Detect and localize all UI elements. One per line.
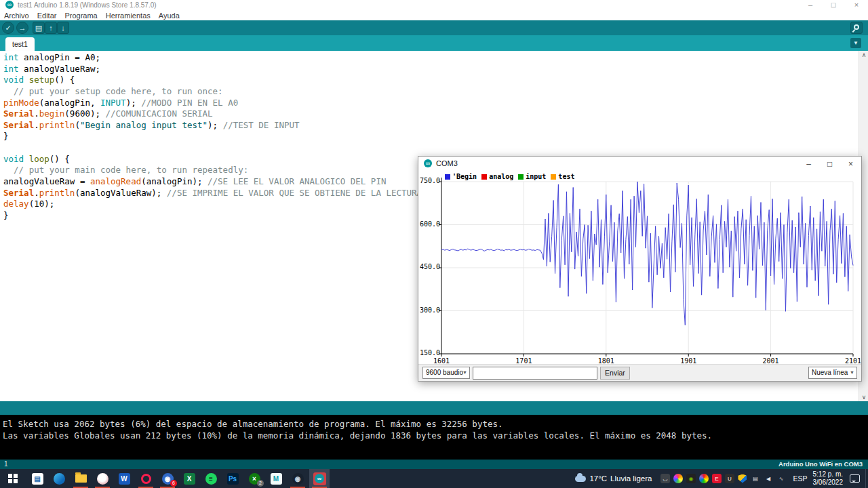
baud-rate-select[interactable]: 9600 baudio▼ <box>422 367 470 379</box>
code-token: (10); <box>29 199 55 209</box>
plotter-minimize-button[interactable]: – <box>798 157 819 172</box>
minimize-button[interactable]: – <box>799 0 822 10</box>
compiler-console: El Sketch usa 2062 bytes (6%) del espaci… <box>0 415 868 460</box>
language-indicator[interactable]: ESP <box>793 474 807 483</box>
code-token: loop <box>29 154 50 164</box>
menu-item-archivo[interactable]: Archivo <box>0 12 33 20</box>
line-ending-select[interactable]: Nueva línea▼ <box>808 367 857 379</box>
clock-time: 5:12 p. m. <box>813 470 844 479</box>
code-token: // put your main code here, to run repea… <box>3 165 248 175</box>
taskbar-medibang[interactable]: M <box>266 469 286 488</box>
taskbar-steam[interactable]: ◉ <box>288 469 308 488</box>
taskbar-xbox[interactable]: ×2 <box>244 469 264 488</box>
send-button[interactable]: Enviar <box>600 367 630 380</box>
restore-button[interactable]: □ <box>822 0 845 10</box>
ea-tray-icon[interactable]: E <box>712 474 722 483</box>
serial-send-input[interactable] <box>473 367 597 380</box>
code-token: ); <box>208 120 223 130</box>
pc-monitor-tray-icon[interactable]: ▤ <box>751 474 760 483</box>
scroll-down-icon[interactable]: ∨ <box>859 394 868 401</box>
plotter-title: COM3 <box>436 159 458 167</box>
volume-tray-icon[interactable]: ◀ <box>764 474 773 483</box>
save-button[interactable]: ↓ <box>57 22 69 34</box>
code-token <box>24 154 29 164</box>
color-wheel-tray-icon[interactable] <box>699 474 709 483</box>
code-token: () { <box>54 75 75 85</box>
taskbar-opera-gx[interactable] <box>136 469 156 488</box>
action-center-icon[interactable] <box>850 474 860 483</box>
code-token: //TEST DE INPUT <box>223 120 300 130</box>
code-token: (analogPin); <box>141 176 208 186</box>
weather-desc: Lluvia ligera <box>610 474 652 483</box>
code-token: ); <box>126 98 142 108</box>
plotter-maximize-button[interactable]: □ <box>819 157 840 172</box>
code-token <box>24 75 29 85</box>
taskbar-photoshop[interactable]: Ps <box>222 469 243 488</box>
plotter-close-button[interactable]: × <box>840 157 861 172</box>
menu-item-editar[interactable]: Editar <box>33 12 61 20</box>
discord-tray-icon[interactable]: ◡ <box>660 474 670 483</box>
arduino-ide-icon: ∞ <box>313 472 326 485</box>
taskbar-edge-browser[interactable] <box>49 469 69 488</box>
code-line: analogValueRaw = analogRead(analogPin); … <box>3 176 473 188</box>
code-line: delay(10); <box>3 199 473 210</box>
open-button[interactable]: ↑ <box>45 22 57 34</box>
chevron-down-icon: ▼ <box>850 367 854 378</box>
code-token: void <box>3 75 24 85</box>
status-strip <box>0 401 868 415</box>
new-sketch-button[interactable]: ▤ <box>33 22 45 34</box>
menu-item-programa[interactable]: Programa <box>60 12 101 20</box>
app-dark-tray-icon[interactable]: U <box>725 474 734 483</box>
taskbar-microsoft-store[interactable]: ▤ <box>27 469 47 488</box>
code-token: delay <box>3 199 29 209</box>
defender-tray-icon[interactable] <box>738 474 747 483</box>
menu-item-ayuda[interactable]: Ayuda <box>155 12 184 20</box>
cloud-icon <box>575 476 586 482</box>
code-token: (analogValueRaw); <box>75 188 166 198</box>
show-desktop-button[interactable] <box>865 469 868 488</box>
code-line: // put your setup code here, to run once… <box>3 86 473 98</box>
code-token: setup <box>29 75 55 85</box>
app-colorful-tray-icon[interactable] <box>673 474 683 483</box>
taskbar-excel[interactable]: X <box>179 469 199 488</box>
code-line: void loop() { <box>3 154 473 165</box>
code-token: void <box>3 154 24 164</box>
serial-monitor-button[interactable] <box>850 22 863 34</box>
taskbar-media-app[interactable] <box>92 469 113 488</box>
upload-button[interactable]: → <box>16 22 28 34</box>
code-token: INPUT <box>100 98 126 108</box>
photoshop-icon: Ps <box>227 473 239 485</box>
code-line <box>3 142 473 154</box>
taskbar-word[interactable]: W <box>114 469 134 488</box>
pen-tool-tray-icon[interactable]: ∿ <box>776 474 786 483</box>
code-token: Serial <box>3 188 34 198</box>
code-token: //SE LEE EL VALOR ANALOGICO DEL PIN <box>208 176 386 186</box>
medibang-icon: M <box>271 473 282 485</box>
plotter-titlebar: ∞ COM3 – □ × <box>418 157 861 172</box>
nvidia-tray-icon[interactable]: ◉ <box>686 474 696 483</box>
clock[interactable]: 5:12 p. m. 3/06/2022 <box>813 470 844 487</box>
code-token: ( <box>75 120 80 130</box>
taskbar-game-launcher[interactable]: ◉6 <box>157 469 178 488</box>
taskbar-spotify[interactable]: ≡ <box>201 469 221 488</box>
code-token: //COMUNICACION SERIAL <box>106 108 213 119</box>
close-button[interactable]: × <box>845 0 868 10</box>
code-token: analogPin = A0; <box>19 52 100 62</box>
menu-item-herramientas[interactable]: Herramientas <box>102 12 155 20</box>
y-tick-label: 750.0 <box>420 177 437 184</box>
code-token: } <box>3 210 9 220</box>
start-button[interactable] <box>0 469 27 488</box>
tab-list-dropdown[interactable]: ▼ <box>850 38 861 48</box>
clock-date: 3/06/2022 <box>813 479 844 487</box>
scroll-up-icon[interactable]: ∧ <box>859 52 868 58</box>
code-token: int <box>3 52 19 62</box>
verify-button[interactable]: ✓ <box>2 22 14 34</box>
taskbar-file-explorer[interactable] <box>71 469 91 488</box>
excel-icon: X <box>184 473 195 485</box>
weather-widget[interactable]: 17°C Lluvia ligera <box>575 474 652 483</box>
tab-test1[interactable]: test1 <box>5 37 35 51</box>
taskbar-arduino-ide[interactable]: ∞ <box>309 469 330 488</box>
word-icon: W <box>119 473 130 485</box>
code-token: . <box>34 120 39 130</box>
code-token: analogValueRaw; <box>19 64 100 74</box>
